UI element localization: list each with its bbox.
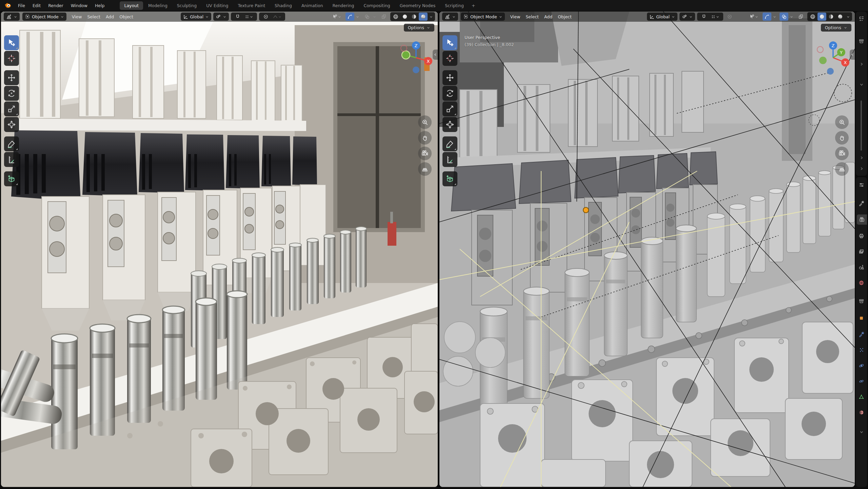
menu-render[interactable]: Render — [44, 2, 67, 10]
tool-move[interactable] — [4, 70, 19, 85]
menu-view[interactable]: View — [69, 13, 85, 20]
pivot-point-selector[interactable] — [679, 13, 695, 21]
tool-scale[interactable] — [442, 101, 457, 116]
properties-editor-type-button[interactable] — [856, 180, 867, 190]
shading-rendered-button[interactable] — [836, 13, 845, 21]
show-overlays-toggle[interactable] — [362, 13, 371, 21]
overlays-dropdown[interactable] — [371, 13, 377, 21]
options-button[interactable]: Options — [404, 24, 434, 32]
transform-orientation-selector[interactable]: Global — [647, 13, 677, 21]
tool-transform[interactable] — [442, 117, 457, 132]
tab-uv-editing[interactable]: UV Editing — [202, 1, 233, 10]
shading-wireframe-button[interactable] — [391, 13, 400, 21]
snap-toggle[interactable] — [699, 13, 708, 21]
properties-tab-material[interactable] — [856, 407, 867, 417]
navigation-gizmo[interactable]: Z Y X — [815, 40, 851, 75]
menu-select[interactable]: Select — [84, 13, 103, 20]
navigation-gizmo[interactable]: Z X — [398, 40, 434, 75]
outliner-collapse-item[interactable] — [856, 79, 867, 90]
viewport-3d-rendered[interactable]: Object Mode View Select Add Object Globa… — [1, 12, 438, 487]
show-overlays-toggle[interactable] — [780, 13, 788, 21]
editor-type-button[interactable] — [442, 13, 458, 21]
properties-scroll-down[interactable] — [856, 427, 867, 437]
outliner-expand-item[interactable] — [856, 153, 867, 163]
tool-select-box[interactable] — [4, 35, 19, 50]
xray-toggle[interactable] — [379, 13, 388, 21]
tab-modeling[interactable]: Modeling — [144, 1, 172, 10]
tool-rotate[interactable] — [4, 86, 19, 101]
menu-add[interactable]: Add — [103, 13, 117, 20]
tool-measure[interactable] — [442, 152, 457, 167]
tab-sculpting[interactable]: Sculpting — [173, 1, 201, 10]
show-gizmo-toggle[interactable] — [763, 13, 771, 21]
shading-material-button[interactable] — [827, 13, 835, 21]
shading-solid-button[interactable] — [817, 13, 826, 21]
tool-scale[interactable] — [4, 101, 19, 116]
menu-window[interactable]: Window — [67, 2, 91, 10]
properties-tab-world[interactable] — [856, 278, 867, 288]
outliner-expand-item[interactable] — [856, 164, 867, 174]
sidebar-toggle[interactable] — [433, 50, 438, 60]
proportional-editing-toggle[interactable] — [261, 13, 270, 21]
projection-toggle-button[interactable] — [418, 162, 432, 176]
properties-tab-render[interactable] — [857, 214, 867, 225]
gizmo-dropdown[interactable] — [354, 13, 360, 21]
show-gizmo-toggle[interactable] — [346, 13, 354, 21]
menu-file[interactable]: File — [14, 2, 29, 10]
snap-settings[interactable] — [243, 13, 255, 21]
snap-settings[interactable] — [709, 13, 721, 21]
camera-view-button[interactable] — [835, 147, 849, 160]
tab-texture-paint[interactable]: Texture Paint — [233, 1, 270, 10]
proportional-editing-toggle[interactable] — [725, 13, 734, 21]
tool-annotate[interactable] — [442, 136, 457, 151]
properties-tab-view-layer[interactable] — [856, 246, 867, 257]
properties-tab-particles[interactable] — [856, 345, 867, 355]
outliner-display-mode-button[interactable] — [856, 36, 867, 46]
mode-selector[interactable]: Object Mode — [22, 13, 66, 21]
editor-type-button[interactable] — [4, 13, 20, 21]
zoom-button[interactable] — [835, 115, 849, 129]
tool-transform[interactable] — [4, 117, 19, 132]
add-workspace-button[interactable]: + — [469, 2, 478, 10]
mode-selector[interactable]: Object Mode — [461, 13, 505, 21]
tab-layout[interactable]: Layout — [120, 1, 143, 10]
properties-tab-scene[interactable] — [856, 262, 867, 272]
properties-tab-modifiers[interactable] — [856, 329, 867, 339]
properties-tab-object[interactable] — [856, 313, 867, 323]
shading-dropdown[interactable] — [428, 13, 434, 21]
sidebar-toggle[interactable] — [850, 50, 855, 60]
pan-button[interactable] — [835, 131, 849, 145]
shading-dropdown[interactable] — [845, 13, 851, 21]
camera-view-button[interactable] — [418, 147, 432, 160]
gizmo-dropdown[interactable] — [771, 13, 777, 21]
tool-move[interactable] — [442, 70, 457, 85]
outliner-expand-item[interactable] — [856, 59, 867, 69]
menu-edit[interactable]: Edit — [29, 2, 44, 10]
options-button[interactable]: Options — [821, 24, 851, 32]
menu-object[interactable]: Object — [555, 13, 574, 20]
properties-tab-tool[interactable] — [856, 198, 867, 208]
falloff-selector[interactable] — [271, 13, 283, 21]
properties-tab-constraints[interactable] — [856, 376, 867, 386]
tool-cursor[interactable] — [442, 51, 457, 66]
properties-tab-physics[interactable] — [856, 360, 867, 371]
tab-animation[interactable]: Animation — [297, 1, 328, 10]
menu-object[interactable]: Object — [117, 13, 136, 20]
show-object-types-dropdown[interactable] — [747, 13, 761, 21]
shading-material-button[interactable] — [410, 13, 418, 21]
transform-orientation-selector[interactable]: Global — [181, 13, 211, 21]
tool-measure[interactable] — [4, 152, 19, 167]
show-object-types-dropdown[interactable] — [330, 13, 343, 21]
pivot-point-selector[interactable] — [213, 13, 229, 21]
properties-tab-collection[interactable] — [856, 296, 867, 306]
snap-toggle[interactable] — [233, 13, 242, 21]
zoom-button[interactable] — [418, 115, 432, 129]
tool-add-cube[interactable] — [442, 171, 457, 186]
properties-tab-output[interactable] — [856, 231, 867, 241]
projection-toggle-button[interactable] — [835, 162, 849, 176]
tab-compositing[interactable]: Compositing — [359, 1, 394, 10]
tab-geometry-nodes[interactable]: Geometry Nodes — [395, 1, 440, 10]
tool-annotate[interactable] — [4, 136, 19, 151]
shading-wireframe-button[interactable] — [808, 13, 817, 21]
tab-shading[interactable]: Shading — [270, 1, 296, 10]
